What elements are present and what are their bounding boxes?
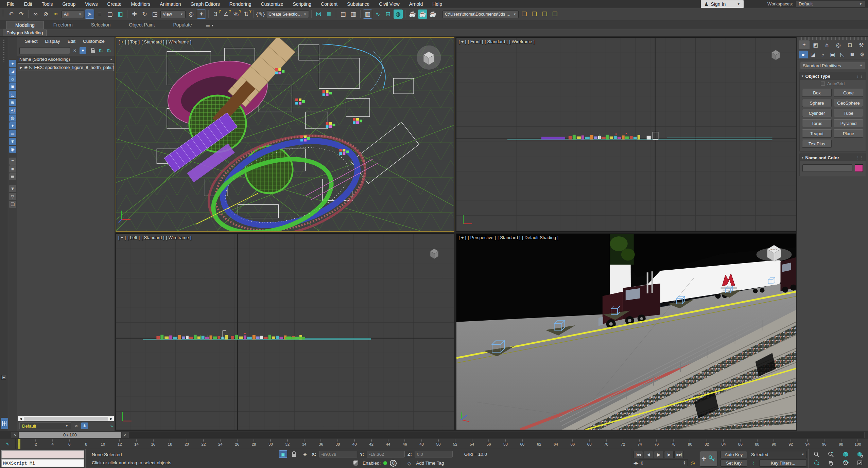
auto-key-button[interactable]: Auto Key	[721, 451, 747, 458]
explorer-menu-edit[interactable]: Edit	[64, 39, 79, 44]
panel-drag-handle[interactable]	[799, 37, 867, 40]
viewport-top-label-seg-3[interactable]: [ Wireframe ]	[166, 39, 191, 44]
collapse-hierarchy-icon[interactable]: E:	[106, 47, 112, 54]
open-explorer-layer-icon[interactable]: ❏	[550, 10, 559, 19]
explorer-tree[interactable]: ▶ ◉ ◺ FBX: sportsdrome_figure_8_north_pa…	[17, 63, 115, 416]
new-scene-explorer-icon[interactable]: ❏	[530, 10, 539, 19]
rectangular-selection-region-icon[interactable]: ▢	[105, 10, 115, 19]
key-set-dropdown[interactable]: Selected ▼	[749, 451, 807, 458]
collapse-all-icon[interactable]: ■	[9, 165, 16, 173]
render-production-icon[interactable]: ☕	[428, 10, 437, 19]
use-pivot-point-center-icon[interactable]: ◎	[187, 10, 196, 19]
search-filter-icon[interactable]: ▼	[80, 47, 86, 54]
orbit-icon[interactable]	[839, 459, 852, 467]
lock-explorer-icon[interactable]	[89, 47, 96, 54]
menu-substance[interactable]: Substance	[342, 0, 374, 8]
previous-frame-button[interactable]: ◀|	[644, 451, 653, 458]
menu-civil-view[interactable]: Civil View	[374, 0, 404, 8]
systems-category-icon[interactable]: ⚙	[857, 51, 867, 58]
go-to-start-button[interactable]: |◀◀	[633, 451, 643, 458]
viewport-perspective-label-seg-1[interactable]: [ Perspective ]	[468, 235, 496, 240]
project-folder-settings-icon[interactable]: ❏	[520, 10, 529, 19]
viewport-front-label-seg-0[interactable]: [ + ]	[459, 39, 466, 44]
absolute-mode-icon[interactable]: ◈	[301, 450, 309, 458]
key-mode-icon[interactable]: ≀	[749, 460, 758, 466]
viewport-top-label-seg-0[interactable]: [ + ]	[119, 39, 126, 44]
current-frame-marker[interactable]	[18, 439, 20, 449]
redo-icon[interactable]: ↷	[17, 10, 26, 19]
track-bar-ruler[interactable]: 0246810121416182022242628303234363840424…	[19, 439, 858, 449]
select-and-rotate-icon[interactable]: ↻	[140, 10, 149, 19]
window-crossing-toggle-icon[interactable]: ◧	[116, 10, 125, 19]
frame-nudge-icon[interactable]: ◀▶	[633, 461, 638, 465]
display-space-warps-icon[interactable]: ≋	[9, 99, 16, 106]
set-key-big-button[interactable]: +	[700, 451, 717, 467]
viewport-left-label-seg-0[interactable]: [ + ]	[118, 235, 126, 240]
viewport-left-canvas[interactable]	[116, 234, 454, 430]
configure-filter-icon[interactable]: ▼	[9, 185, 16, 192]
go-to-end-button[interactable]: ▶▶|	[674, 451, 684, 458]
ribbon-tab-freeform[interactable]: Freeform	[45, 21, 82, 29]
open-explorer-hierarchy-icon[interactable]: ❏	[540, 10, 549, 19]
ribbon-tab-populate[interactable]: Populate	[164, 21, 201, 29]
time-slider-handle[interactable]: 0 / 100	[19, 432, 121, 438]
explorer-menu-select[interactable]: Select	[21, 39, 41, 44]
create-pyramid-button[interactable]: Pyramid	[834, 119, 863, 127]
selection-filter-dropdown[interactable]: All▼	[62, 11, 84, 18]
search-input[interactable]	[19, 47, 70, 54]
expand-hierarchy-icon[interactable]: E:	[98, 47, 104, 54]
ribbon-tab-object-paint[interactable]: Object Paint	[120, 21, 163, 29]
schematic-view-icon[interactable]: ⊞	[383, 10, 393, 19]
shield-icon[interactable]	[352, 460, 360, 467]
create-box-button[interactable]: Box	[802, 89, 832, 97]
menu-group[interactable]: Group	[57, 0, 80, 8]
ribbon-minimize-icon[interactable]: ▬	[206, 23, 210, 27]
mini-curve-editor-icon[interactable]: ∿	[0, 439, 16, 449]
menu-content[interactable]: Content	[316, 0, 342, 8]
display-groups-icon[interactable]: ◰	[9, 107, 16, 114]
menu-file[interactable]: File	[2, 0, 19, 8]
motion-tab-icon[interactable]: ◎	[833, 40, 844, 49]
display-bones-icon[interactable]: ✦	[9, 122, 16, 129]
menu-animation[interactable]: Animation	[155, 0, 186, 8]
zoom-region-icon[interactable]	[810, 459, 823, 467]
pick-container-icon[interactable]: ❏	[9, 201, 16, 208]
viewport-front[interactable]: [ + ][ Front ][ Standard ][ Wireframe ]	[456, 37, 796, 232]
create-textplus-button[interactable]: TextPlus	[802, 140, 832, 148]
visibility-eye-icon[interactable]: ◉	[24, 65, 28, 70]
explorer-row-fbx[interactable]: ▶ ◉ ◺ FBX: sportsdrome_figure_8_north_pa…	[18, 64, 114, 71]
current-frame-field[interactable]: 0 ▲▼	[639, 460, 688, 466]
viewport-left-label-seg-1[interactable]: [ Left ]	[127, 235, 140, 240]
display-xrefs-icon[interactable]: ◍	[9, 114, 16, 122]
viewport-top[interactable]: [ + ][ Top ][ Standard ][ Wireframe ]	[116, 37, 454, 232]
create-plane-button[interactable]: Plane	[834, 129, 863, 138]
viewport-top-label-seg-2[interactable]: [ Standard ]	[141, 39, 164, 44]
menu-modifiers[interactable]: Modifiers	[126, 0, 155, 8]
zero-badge-button[interactable]: 0	[390, 460, 397, 467]
lights-category-icon[interactable]: ☼	[818, 51, 828, 58]
autogrid-checkbox[interactable]	[821, 82, 825, 86]
zoom-extents-all-icon[interactable]	[853, 450, 867, 458]
clear-search-icon[interactable]: ✕	[71, 47, 78, 54]
next-frame-button[interactable]: >	[122, 432, 128, 438]
create-geosphere-button[interactable]: GeoSphere	[834, 99, 863, 107]
add-time-tag-label[interactable]: Add Time Tag	[416, 461, 444, 466]
isolate-selection-icon[interactable]: ▣	[279, 450, 287, 458]
viewcube-top[interactable]	[417, 46, 441, 70]
sign-in-button[interactable]: ♟ Sign In ▼	[701, 0, 744, 8]
explorer-menu-display[interactable]: Display	[42, 39, 64, 44]
explorer-horizontal-scrollbar[interactable]: ◀ ▶	[18, 416, 114, 421]
active-layer-dropdown[interactable]: Default ▼	[19, 422, 71, 429]
display-lights-icon[interactable]: ☼	[9, 75, 16, 83]
create-teapot-button[interactable]: Teapot	[802, 129, 832, 138]
viewport-left-label-seg-3[interactable]: [ Wireframe ]	[166, 235, 191, 240]
named-selection-sets-dropdown[interactable]: Create Selection Se▼	[266, 11, 309, 18]
bind-to-space-warp-icon[interactable]: ≈	[51, 10, 60, 19]
menu-scripting[interactable]: Scripting	[288, 0, 316, 8]
create-tab-icon[interactable]: +	[799, 40, 810, 49]
toggle-scene-explorer-icon[interactable]: ▤	[338, 10, 348, 19]
curve-editor-icon[interactable]: ∿	[373, 10, 382, 19]
viewport-perspective[interactable]: BACK [ + ][ Perspective ][ Standard ][ D…	[456, 233, 796, 430]
geometry-category-icon[interactable]: ●	[799, 51, 808, 58]
y-coordinate-field[interactable]: -19,362	[367, 451, 405, 457]
